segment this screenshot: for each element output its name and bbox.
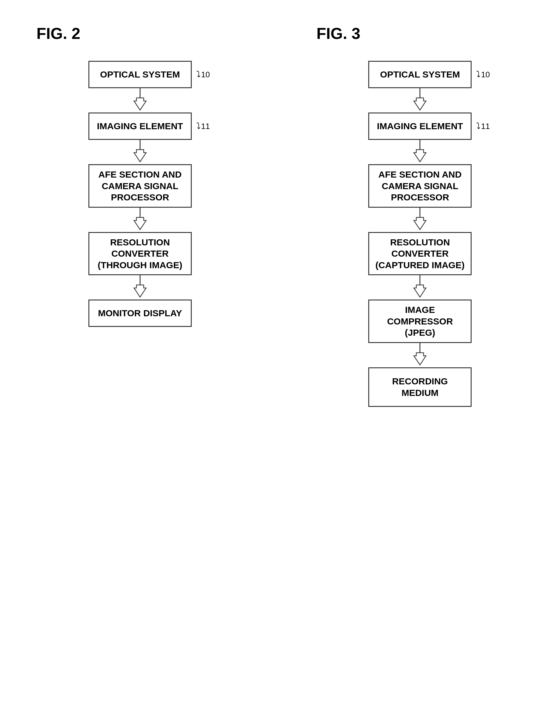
fig2-arrow-2: [131, 140, 149, 164]
fig3-arrow-1: [411, 88, 429, 113]
fig3-arrow-4: [411, 275, 429, 300]
fig3-recording-medium-label: RECORDING MEDIUM: [392, 376, 448, 398]
fig3-resolution-converter-label: RESOLUTION CONVERTER (CAPTURED IMAGE): [375, 237, 465, 271]
svg-marker-15: [414, 285, 426, 297]
fig3-optical-system-box: OPTICAL SYSTEM: [368, 61, 472, 88]
fig3-image-compressor-box: IMAGE COMPRESSOR (JPEG): [368, 300, 472, 343]
fig3-afe-section-label: AFE SECTION AND CAMERA SIGNAL PROCESSOR: [378, 169, 461, 203]
fig2-resolution-converter-label: RESOLUTION CONVERTER (THROUGH IMAGE): [98, 237, 182, 271]
fig2-afe-section-label: AFE SECTION AND CAMERA SIGNAL PROCESSOR: [99, 169, 182, 203]
svg-marker-7: [134, 285, 146, 297]
fig2-arrow-2-svg: [131, 140, 149, 164]
svg-marker-3: [134, 150, 146, 162]
svg-marker-13: [414, 217, 426, 230]
fig2-imaging-element-label: IMAGING ELEMENT: [97, 120, 183, 132]
fig2-imaging-ref: ⤵11: [196, 121, 210, 131]
fig3-imaging-ref: ⤵11: [476, 121, 490, 131]
fig3-arrow-2-svg: [411, 140, 429, 164]
fig3-column: FIG. 3 OPTICAL SYSTEM ⤵10: [280, 0, 560, 728]
fig3-recording-medium-box: RECORDING MEDIUM: [368, 367, 472, 407]
fig3-optical-system-label: OPTICAL SYSTEM: [380, 69, 460, 80]
svg-marker-1: [134, 98, 146, 110]
fig3-resolution-converter-box: RESOLUTION CONVERTER (CAPTURED IMAGE): [368, 232, 472, 276]
fig2-arrow-4: [131, 275, 149, 300]
fig3-afe-section-box: AFE SECTION AND CAMERA SIGNAL PROCESSOR: [368, 164, 472, 208]
fig3-arrow-3-svg: [411, 208, 429, 232]
page: FIG. 2 OPTICAL SYSTEM ⤵10: [0, 0, 560, 728]
fig3-image-compressor-label: IMAGE COMPRESSOR (JPEG): [387, 304, 453, 338]
fig2-arrow-1-svg: [131, 88, 149, 113]
fig2-resolution-converter-box: RESOLUTION CONVERTER (THROUGH IMAGE): [88, 232, 192, 276]
fig2-title: FIG. 2: [36, 24, 80, 43]
fig2-monitor-display-box: MONITOR DISPLAY: [88, 300, 192, 327]
fig2-afe-section-box: AFE SECTION AND CAMERA SIGNAL PROCESSOR: [88, 164, 192, 208]
fig2-optical-ref: ⤵10: [196, 70, 210, 79]
svg-marker-11: [414, 150, 426, 162]
svg-marker-5: [134, 217, 146, 230]
fig2-arrow-1: [131, 88, 149, 113]
fig3-optical-ref: ⤵10: [476, 70, 490, 79]
fig2-optical-system-box: OPTICAL SYSTEM: [88, 61, 192, 88]
fig2-flow: OPTICAL SYSTEM ⤵10 IMAGING ELEMENT: [88, 61, 192, 327]
fig3-imaging-element-label: IMAGING ELEMENT: [377, 120, 463, 132]
svg-marker-17: [414, 353, 426, 365]
fig2-arrow-4-svg: [131, 275, 149, 300]
fig2-imaging-element-box: IMAGING ELEMENT: [88, 113, 192, 140]
fig3-arrow-3: [411, 208, 429, 232]
fig3-imaging-element-box: IMAGING ELEMENT: [368, 113, 472, 140]
fig3-arrow-4-svg: [411, 275, 429, 300]
fig2-arrow-3: [131, 208, 149, 232]
fig3-flow: OPTICAL SYSTEM ⤵10 IMAGING ELEMENT: [368, 61, 472, 407]
fig2-monitor-display-label: MONITOR DISPLAY: [98, 307, 182, 319]
svg-marker-9: [414, 98, 426, 110]
fig3-title: FIG. 3: [316, 24, 360, 43]
fig3-arrow-5-svg: [411, 343, 429, 367]
fig3-arrow-5: [411, 343, 429, 367]
fig2-optical-system-label: OPTICAL SYSTEM: [100, 69, 180, 80]
fig2-column: FIG. 2 OPTICAL SYSTEM ⤵10: [0, 0, 280, 728]
fig3-arrow-2: [411, 140, 429, 164]
fig3-arrow-1-svg: [411, 88, 429, 113]
fig2-arrow-3-svg: [131, 208, 149, 232]
